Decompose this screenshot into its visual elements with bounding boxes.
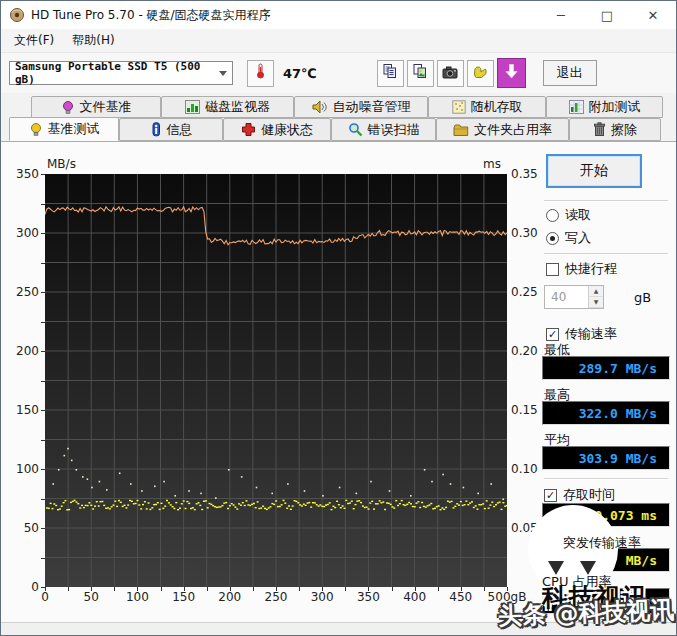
x-tick-mark [299,587,300,591]
cpu-usage-label: CPU 占用率 [542,573,612,591]
start-button[interactable]: 开始 [546,154,642,188]
divider [544,253,668,255]
copy-image-button[interactable] [407,60,434,87]
x-tick-mark [438,587,439,591]
y-tick-mark [41,233,45,234]
x-tick-mark [161,587,162,591]
tab-error-scan[interactable]: 错误扫描 [331,118,436,141]
avg-value-display: 303.9 MB/s [542,446,670,470]
y-tick-mark [41,410,45,411]
x-tick-label: 350 [345,590,391,604]
y-tick-mark [41,558,45,559]
window-title: HD Tune Pro 5.70 - 硬盘/固态硬盘实用程序 [31,7,271,24]
transfer-rate-label: 传输速率 [565,325,617,343]
x-tick-mark [91,587,92,591]
x-tick-mark [253,587,254,591]
tab-benchmark[interactable]: 基准测试 [9,117,119,141]
capacity-stepper[interactable]: 40 ▲ ▼ [544,285,604,309]
app-window: HD Tune Pro 5.70 - 硬盘/固态硬盘实用程序 ─ □ ✕ 文件(… [0,0,677,636]
access-time-checkbox[interactable]: ✓ 存取时间 [544,486,615,504]
menu-bar: 文件(F) 帮助(H) [1,29,676,53]
tab-label: 随机存取 [471,98,523,116]
y-left-tick-label: 50 [1,521,39,535]
short-stroke-label: 快捷行程 [565,260,617,278]
x-tick-mark [276,587,277,591]
menu-help[interactable]: 帮助(H) [63,29,123,52]
folder-icon [453,123,469,137]
exit-button[interactable]: 退出 [543,60,597,86]
toolbar-button-group [377,58,529,88]
y-left-axis-unit: MB/s [47,157,76,171]
checkbox-unchecked-icon [546,263,559,276]
benchmark-chart: MB/s ms 3503002502001501005000.350.300.2… [1,142,538,626]
x-tick-label: 100 [114,590,160,604]
plot-area [45,174,507,587]
tab-disk-monitor[interactable]: 磁盘监视器 [161,96,294,118]
magnifier-icon [348,122,363,137]
x-tick-label: 50 [68,590,114,604]
x-tick-mark [322,587,323,591]
chevron-down-icon [219,71,227,76]
min-value-display: 289.7 MB/s [542,356,670,380]
read-radio-label: 读取 [565,206,591,224]
tab-file-benchmark[interactable]: 文件基准 [31,96,161,118]
tab-erase[interactable]: 擦除 [569,118,661,141]
tab-label: 信息 [167,121,193,139]
checkbox-checked-icon: ✓ [546,328,559,341]
divider [544,200,668,202]
app-icon [9,7,25,23]
stepper-down-icon[interactable]: ▼ [589,297,603,308]
x-tick-label: 450 [438,590,484,604]
tab-aam[interactable]: 自动噪音管理 [294,96,428,118]
y-left-tick-label: 300 [1,226,39,240]
y-tick-mark [41,322,45,323]
x-tick-mark [368,587,369,591]
read-radio[interactable]: 读取 [546,206,591,224]
tab-random-access[interactable]: 随机存取 [428,96,546,118]
screenshot-button[interactable] [437,60,464,87]
tab-label: 健康状态 [261,121,313,139]
y-tick-mark [41,292,45,293]
tab-info[interactable]: 信息 [119,118,223,141]
device-select-value: Samsung Portable SSD T5 (500 gB) [15,60,219,86]
donate-button[interactable] [467,60,494,87]
x-tick-label: 150 [161,590,207,604]
minimize-button[interactable]: ─ [538,1,584,29]
x-tick-mark [392,587,393,591]
thermometer-icon [253,63,268,83]
temperature-button[interactable] [247,60,274,87]
tab-folder-usage[interactable]: 文件夹占用率 [436,118,569,141]
tab-extra-tests[interactable]: 附加测试 [546,96,663,118]
red-cross-icon [241,122,256,137]
y-tick-mark [41,381,45,382]
bars-grid-icon [569,100,584,114]
burst-rate-label: 突发传输速率 [563,534,641,552]
title-bar: HD Tune Pro 5.70 - 硬盘/固态硬盘实用程序 ─ □ ✕ [1,1,676,29]
x-tick-label: 400 [392,590,438,604]
write-radio[interactable]: 写入 [546,229,591,247]
y-right-axis-unit: ms [483,157,501,171]
write-radio-label: 写入 [565,229,591,247]
short-stroke-checkbox[interactable]: 快捷行程 [546,260,617,278]
tab-row-2: 基准测试信息健康状态错误扫描文件夹占用率擦除 [1,118,676,141]
radio-selected-icon [546,232,559,245]
tab-health[interactable]: 健康状态 [223,118,331,141]
x-tick-mark [68,587,69,591]
x-tick-mark [184,587,185,591]
tab-label: 擦除 [611,121,637,139]
save-results-button[interactable] [497,58,526,88]
menu-file[interactable]: 文件(F) [5,29,63,52]
close-button[interactable]: ✕ [630,1,676,29]
copy-image-icon [412,63,428,83]
stepper-up-icon[interactable]: ▲ [589,286,603,297]
watermark-text: 头条 @科技视讯 [497,594,674,632]
radio-icon [546,209,559,222]
x-tick-label: 300 [299,590,345,604]
y-left-tick-label: 100 [1,462,39,476]
divider [544,478,668,480]
copy-text-button[interactable] [377,60,404,87]
y-tick-mark [41,587,45,588]
device-select[interactable]: Samsung Portable SSD T5 (500 gB) [9,61,233,85]
maximize-button[interactable]: □ [584,1,630,29]
bars-monitor-icon [185,100,200,114]
